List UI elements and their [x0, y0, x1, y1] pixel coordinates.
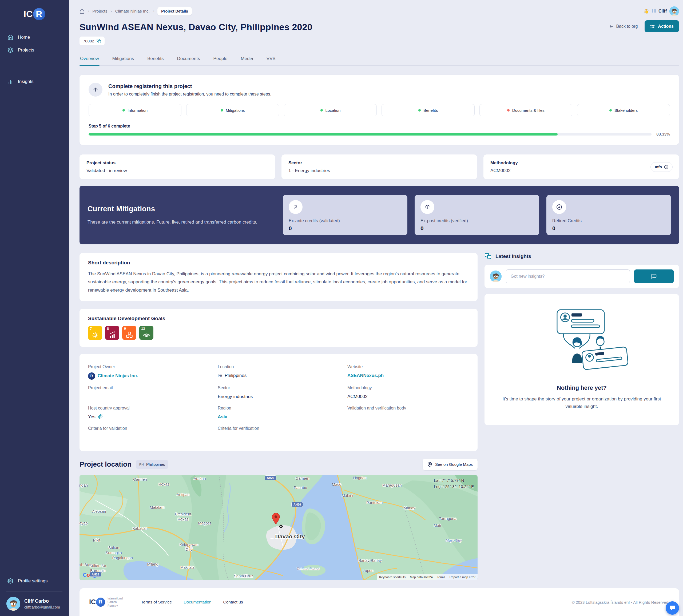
contact-us-link[interactable]: Contact us [223, 600, 243, 604]
breadcrumb: › Projects › Climate Ninjas Inc. › Proje… [80, 7, 192, 16]
owner-link[interactable]: Climate Ninjas Inc. [98, 373, 138, 378]
map-report-error-link[interactable]: Report a map error [447, 574, 478, 580]
step-documents-files[interactable]: Documents & files [480, 104, 572, 116]
back-to-org-link[interactable]: Back to org [609, 24, 638, 29]
current-mitigations-band: Current Mitigations These are the curren… [80, 186, 679, 244]
left-column: Short description The SunWind ASEAN Nexu… [80, 253, 478, 580]
methodology-info-button[interactable]: Info [651, 162, 673, 172]
paperclip-icon[interactable] [98, 414, 103, 420]
sun-icon [91, 331, 99, 339]
step-information[interactable]: Information [89, 104, 181, 116]
home-icon[interactable] [80, 9, 85, 14]
greeting-hi: Hi [652, 9, 656, 14]
breadcrumb-org[interactable]: Climate Ninjas Inc. [115, 9, 150, 14]
ex-ante-credits-value: 0 [289, 225, 401, 232]
sidebar-item-insights[interactable]: Insights [0, 75, 69, 88]
step-mitigations[interactable]: Mitigations [186, 104, 279, 116]
approval-value: Yes [88, 414, 95, 420]
step-status-dot [321, 109, 323, 111]
map-data-label: Map data ©2024 [407, 574, 435, 580]
region-link[interactable]: Asia [218, 414, 227, 420]
layers-icon [7, 47, 13, 53]
website-link[interactable]: ASEANNexus.ph [347, 373, 384, 378]
see-on-google-maps-button[interactable]: See on Google Maps [423, 459, 478, 470]
project-status-value: Validated - in review [86, 168, 268, 173]
sdg-badge: 7 [88, 326, 102, 340]
short-description-text: The SunWind ASEAN Nexus in Davao City, P… [88, 270, 469, 294]
icr-logo[interactable]: IC R [0, 0, 69, 24]
terms-of-service-link[interactable]: Terms of Service [141, 600, 172, 604]
sidebar-item-home[interactable]: Home [0, 31, 69, 44]
project-location-title: Project location [80, 460, 132, 468]
field-host-country-approval: Host country approval Yes [88, 406, 210, 420]
step-status-dot [418, 109, 421, 111]
map-canvas[interactable]: Lat=7° 7' 5.79" N Lng=125° 32' 10.24" E … [80, 475, 478, 580]
map-marker[interactable] [272, 513, 280, 526]
step-benefits[interactable]: Benefits [381, 104, 475, 116]
tab-people[interactable]: People [213, 53, 228, 65]
sidebar-user[interactable]: Cliff Carbo cliffcarbo@gmail.com [0, 597, 69, 611]
project-id: 78082 [83, 39, 94, 43]
breadcrumb-separator: › [110, 9, 112, 14]
sdg-badge: 13 [139, 326, 153, 340]
registration-steps: Information Mitigations Location Benefit… [89, 104, 670, 116]
sector-card: Sector 1 - Energy industries [282, 154, 477, 179]
gear-icon [7, 578, 13, 584]
content-columns: Short description The SunWind ASEAN Nexu… [80, 253, 679, 580]
chat-bubbles-icon [485, 253, 491, 260]
tab-vvb[interactable]: VVB [266, 53, 276, 65]
map-terms-link[interactable]: Terms [435, 574, 447, 580]
mitigations-description: These are the current mitigations. Futur… [88, 219, 261, 225]
sdg-badge: 8 [105, 326, 119, 340]
retired-credits-tile: Retired Credits 0 [546, 195, 671, 235]
user-greeting: 👋 Hi Cliff [644, 6, 679, 16]
project-details-page: IC R Home Projects Insights Profile sett… [0, 0, 683, 616]
chat-widget-button[interactable] [666, 601, 679, 615]
field-criteria-validation: Criteria for validation [88, 426, 210, 440]
map-base [80, 475, 478, 580]
keyboard-shortcuts-link[interactable]: Keyboard shortcuts [377, 574, 407, 580]
copy-icon[interactable] [96, 39, 101, 43]
page-title: SunWind ASEAN Nexus, Davao City, Philipp… [80, 22, 312, 32]
topbar-avatar[interactable] [669, 6, 679, 16]
arrow-down-circle-icon [552, 200, 566, 214]
breadcrumb-separator: › [153, 9, 154, 14]
email-value [88, 394, 210, 400]
field-sector: Sector Energy industries [218, 386, 339, 400]
progress-fill [89, 133, 558, 135]
copyright: © 2023 Loftslagsskrá Íslands ehf - All R… [572, 600, 669, 604]
tab-benefits[interactable]: Benefits [147, 53, 164, 65]
tab-media[interactable]: Media [240, 53, 254, 65]
project-id-row: 78082 [80, 37, 679, 45]
step-location[interactable]: Location [284, 104, 377, 116]
field-website: Website ASEANNexus.ph [347, 365, 469, 380]
tab-documents[interactable]: Documents [177, 53, 201, 65]
sidebar-item-profile-settings[interactable]: Profile settings [0, 575, 69, 588]
tab-mitigations[interactable]: Mitigations [112, 53, 134, 65]
progress-track [89, 133, 652, 135]
sliders-icon [650, 24, 655, 29]
short-description-card: Short description The SunWind ASEAN Nexu… [80, 253, 478, 301]
map-attribution: Keyboard shortcuts Map data ©2024 Terms … [377, 574, 478, 580]
submit-insight-button[interactable] [634, 269, 674, 283]
tab-overview[interactable]: Overview [80, 53, 100, 65]
step-stakeholders[interactable]: Stakeholders [577, 104, 670, 116]
insight-input[interactable] [506, 269, 630, 283]
sidebar-item-projects[interactable]: Projects [0, 44, 69, 57]
title-row: SunWind ASEAN Nexus, Davao City, Philipp… [80, 20, 679, 32]
documentation-link[interactable]: Documentation [183, 600, 211, 604]
composer-avatar [490, 270, 502, 282]
methodology-value: ACM0002 [490, 168, 672, 173]
ex-post-credits-tile: Ex-post credits (verified) 0 [415, 195, 539, 235]
sdg-card: Sustainable Development Goals 7 8 9 [80, 309, 478, 347]
actions-button[interactable]: Actions [644, 20, 679, 32]
field-project-email: Project email [88, 386, 210, 400]
project-status-card: Project status Validated - in review [80, 154, 275, 179]
breadcrumb-projects[interactable]: Projects [92, 9, 107, 14]
step-status-dot [221, 109, 223, 111]
empty-state-illustration [530, 307, 634, 375]
info-icon [664, 165, 668, 169]
sdg-title: Sustainable Development Goals [88, 315, 469, 322]
longitude: Lng=125° 32' 10.24" E [434, 483, 474, 489]
latest-insights-header: Latest insights [485, 253, 679, 260]
